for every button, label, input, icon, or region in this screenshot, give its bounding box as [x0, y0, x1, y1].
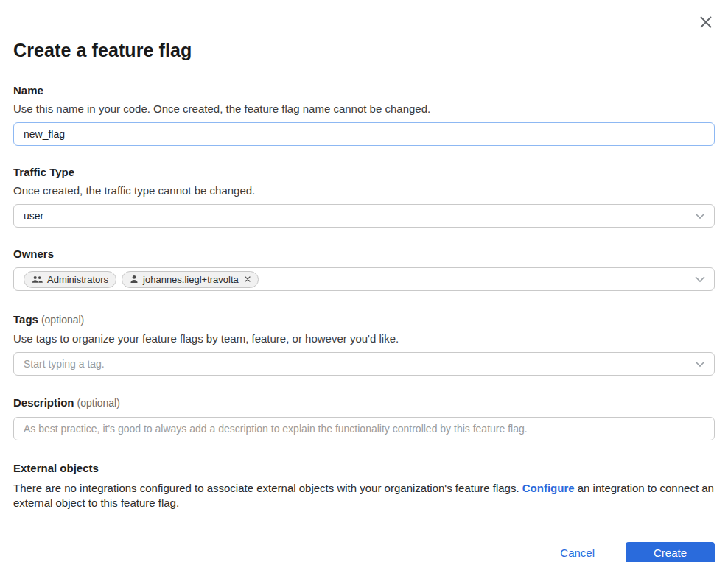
configure-link[interactable]: Configure [522, 482, 575, 494]
name-helper-text: Use this name in your code. Once created… [13, 102, 715, 115]
external-objects-label: External objects [13, 462, 715, 474]
traffic-type-select[interactable]: user [13, 204, 715, 228]
owners-section: Owners Administrators johannes.liegl+tra… [13, 247, 715, 291]
remove-owner-icon[interactable] [245, 276, 251, 282]
traffic-type-label: Traffic Type [13, 166, 715, 178]
person-icon [130, 275, 139, 284]
create-feature-flag-modal: Create a feature flag Name Use this name… [0, 0, 728, 562]
owner-chip-label: Administrators [47, 274, 108, 285]
name-label: Name [13, 84, 715, 96]
close-icon [699, 15, 713, 29]
owners-select[interactable]: Administrators johannes.liegl+travolta [13, 267, 715, 291]
external-objects-text: There are no integrations configured to … [13, 481, 715, 510]
tags-label: Tags [13, 313, 38, 326]
cancel-button[interactable]: Cancel [560, 547, 595, 559]
modal-footer: Cancel Create [13, 542, 715, 562]
description-section: Description(optional) [13, 396, 715, 440]
description-optional-label: (optional) [77, 397, 120, 409]
owners-label: Owners [13, 247, 715, 260]
tags-section: Tags(optional) Use tags to organize your… [13, 313, 715, 376]
tags-helper-text: Use tags to organize your feature flags … [13, 332, 715, 345]
traffic-type-selected-value: user [24, 210, 43, 222]
tags-optional-label: (optional) [41, 314, 84, 326]
close-button[interactable] [696, 12, 716, 32]
chevron-down-icon [695, 276, 705, 283]
external-objects-section: External objects There are no integratio… [13, 462, 715, 510]
traffic-type-helper-text: Once created, the traffic type cannot be… [13, 184, 715, 197]
name-input[interactable] [13, 122, 715, 146]
owners-chips: Administrators johannes.liegl+travolta [24, 271, 695, 288]
group-icon [32, 275, 43, 284]
description-label: Description [13, 396, 74, 409]
chevron-down-icon [695, 361, 705, 368]
owner-chip-user[interactable]: johannes.liegl+travolta [122, 271, 259, 288]
external-text-before: There are no integrations configured to … [13, 482, 522, 494]
owner-chip-administrators[interactable]: Administrators [24, 271, 116, 288]
name-section: Name Use this name in your code. Once cr… [13, 84, 715, 146]
tags-select[interactable]: Start typing a tag. [13, 352, 715, 376]
page-title: Create a feature flag [13, 0, 715, 61]
chevron-down-icon [695, 213, 705, 219]
description-input[interactable] [13, 417, 715, 440]
traffic-type-section: Traffic Type Once created, the traffic t… [13, 166, 715, 228]
owner-chip-label: johannes.liegl+travolta [143, 274, 239, 285]
create-button[interactable]: Create [626, 542, 715, 562]
tags-placeholder: Start typing a tag. [24, 358, 105, 370]
